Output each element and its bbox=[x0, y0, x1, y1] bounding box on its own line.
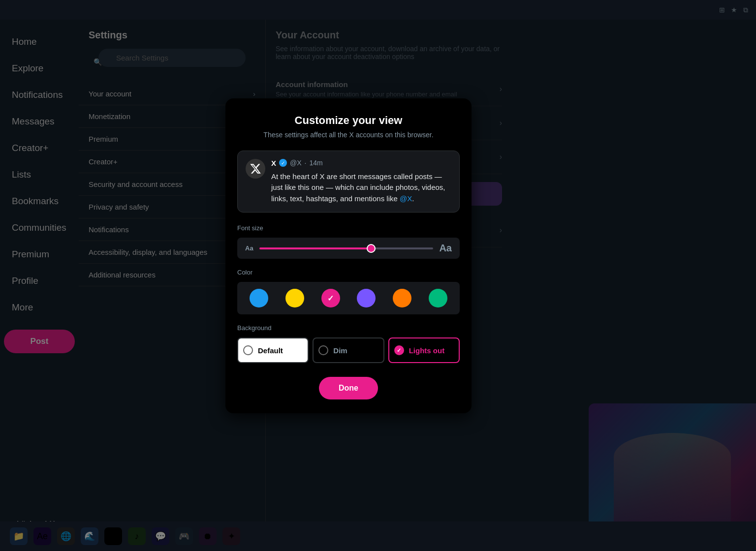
font-size-slider[interactable] bbox=[259, 247, 434, 249]
background-row: Default Dim ✓ Lights out bbox=[237, 337, 460, 363]
color-option-yellow[interactable] bbox=[285, 289, 304, 307]
tweet-avatar bbox=[246, 159, 265, 179]
bg-dim-label: Dim bbox=[333, 346, 347, 355]
done-button[interactable]: Done bbox=[319, 377, 378, 399]
bg-option-dim[interactable]: Dim bbox=[313, 337, 384, 363]
tweet-header: X ✓ @X · 14m bbox=[271, 159, 451, 167]
tweet-handle: @X bbox=[290, 159, 302, 167]
modal-subtitle: These settings affect all the X accounts… bbox=[237, 131, 460, 139]
tweet-preview: X ✓ @X · 14m At the heart of X are short… bbox=[237, 151, 460, 213]
font-size-small-indicator: Aa bbox=[245, 245, 253, 252]
modal-backdrop[interactable]: Customize your view These settings affec… bbox=[0, 0, 756, 551]
color-row bbox=[237, 282, 460, 314]
modal-title: Customize your view bbox=[237, 114, 460, 127]
bg-option-default[interactable]: Default bbox=[237, 337, 309, 363]
bg-default-label: Default bbox=[258, 346, 283, 355]
radio-default bbox=[243, 345, 253, 355]
font-size-large-indicator: Aa bbox=[439, 243, 452, 254]
tweet-mention: @X bbox=[400, 194, 412, 203]
radio-dim bbox=[318, 345, 328, 355]
tweet-name: X bbox=[271, 159, 276, 167]
color-option-orange[interactable] bbox=[393, 289, 411, 307]
tweet-timestamp: 14m bbox=[309, 159, 322, 167]
tweet-text: At the heart of X are short messages cal… bbox=[271, 171, 451, 205]
color-option-pink[interactable] bbox=[321, 289, 340, 307]
color-option-purple[interactable] bbox=[357, 289, 376, 307]
tweet-content: X ✓ @X · 14m At the heart of X are short… bbox=[271, 159, 451, 205]
radio-lights-out: ✓ bbox=[394, 345, 404, 355]
bg-lights-out-label: Lights out bbox=[409, 346, 444, 355]
color-option-green[interactable] bbox=[429, 289, 447, 307]
background-label: Background bbox=[237, 324, 460, 332]
font-size-row: Aa Aa bbox=[237, 238, 460, 259]
color-label: Color bbox=[237, 269, 460, 276]
tweet-time: · bbox=[305, 159, 307, 167]
customize-view-modal: Customize your view These settings affec… bbox=[225, 98, 472, 414]
bg-option-lights-out[interactable]: ✓ Lights out bbox=[388, 337, 460, 363]
font-size-label: Font size bbox=[237, 224, 460, 232]
color-option-blue[interactable] bbox=[250, 289, 268, 307]
verified-badge: ✓ bbox=[279, 159, 287, 167]
